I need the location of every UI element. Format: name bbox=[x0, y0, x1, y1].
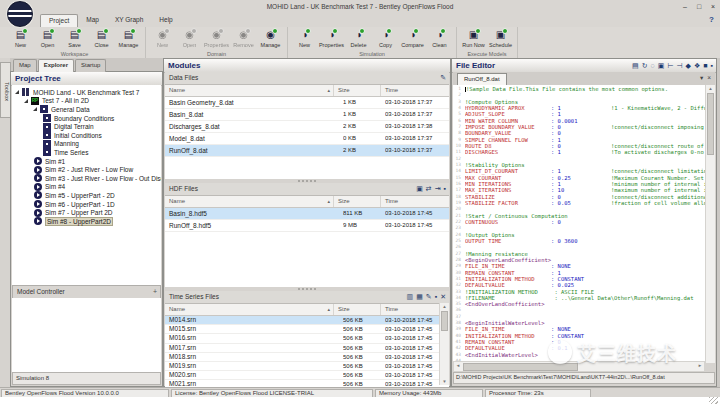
column-header-name[interactable]: Name▴ bbox=[165, 304, 334, 315]
new-file-icon[interactable]: ▤ bbox=[632, 62, 639, 70]
chart-icon[interactable]: ▥ bbox=[407, 292, 414, 302]
editor-content[interactable]: 1!Sample Data File.This File contains th… bbox=[453, 85, 715, 363]
file-row-m017-srn[interactable]: M017.srn506 KB03-10-2018 17:45 bbox=[165, 344, 449, 353]
file-row-basin-8-dat[interactable]: Basin_8.dat1 KB03-10-2018 17:37 bbox=[165, 109, 449, 121]
editor-horizontal-scrollbar[interactable]: ◄ ► bbox=[453, 361, 705, 372]
export-icon[interactable]: ✕ bbox=[440, 292, 446, 302]
domain-manage-button[interactable]: ◉Manage bbox=[257, 28, 284, 48]
tree-item-general-data[interactable]: General Data bbox=[12, 105, 161, 114]
tree-item-sim-6-upperpart-1d[interactable]: Sim #6 - UpperPart - 1D bbox=[12, 200, 161, 209]
scroll-up-icon[interactable]: ▲ bbox=[440, 303, 449, 310]
lock-icon[interactable]: ◌ bbox=[651, 62, 655, 69]
file-row-m020-srn[interactable]: M020.srn506 KB03-10-2018 17:45 bbox=[165, 371, 449, 380]
editor-vertical-scrollbar[interactable]: ▲ bbox=[705, 85, 715, 363]
close-button[interactable]: × bbox=[708, 1, 718, 12]
scroll-down-icon[interactable]: ▼ bbox=[440, 378, 449, 385]
import-icon[interactable]: ⇥ bbox=[435, 184, 441, 194]
tree-item-time-series[interactable]: Time Series bbox=[12, 148, 161, 157]
close-all-icon[interactable]: ▪ bbox=[711, 62, 713, 69]
simulation-clean-button[interactable]: ◑Clean bbox=[426, 28, 453, 48]
time-series-scrollbar[interactable]: ▲ ▼ bbox=[439, 303, 449, 385]
ribbon-tab-project[interactable]: Project bbox=[40, 14, 78, 27]
expander-icon[interactable] bbox=[15, 90, 19, 94]
simulation-delete-button[interactable]: ◑Delete bbox=[345, 28, 372, 48]
simulation-copy-button[interactable]: ◑Copy bbox=[372, 28, 399, 48]
copy-icon[interactable]: ▣ bbox=[658, 62, 665, 70]
close-tab-icon[interactable]: × bbox=[707, 74, 711, 82]
save-icon[interactable]: ◆ bbox=[686, 62, 691, 70]
window-icon[interactable]: ■ bbox=[703, 62, 707, 69]
ribbon-tab-xy-graph[interactable]: XY Graph bbox=[107, 14, 151, 27]
ribbon-tab-help[interactable]: Help bbox=[151, 14, 180, 27]
edit-icon[interactable]: ✎ bbox=[440, 73, 446, 83]
collapse-right-icon[interactable]: ⊣ bbox=[677, 62, 683, 70]
minimize-button[interactable]: – bbox=[680, 1, 690, 12]
scrollbar-thumb[interactable] bbox=[707, 93, 714, 155]
tree-item-sim-3-just-river-low-flow-out-discharge[interactable]: Sim #3 - Just River - Low Flow - Out Dis… bbox=[12, 174, 161, 183]
stats-icon[interactable]: ▦ bbox=[416, 292, 423, 302]
file-row-m019-srn[interactable]: M019.srn506 KB03-10-2018 17:45 bbox=[165, 362, 449, 371]
tree-item-boundary-conditions[interactable]: Boundary Conditions bbox=[12, 114, 161, 123]
expander-icon[interactable] bbox=[24, 99, 28, 103]
tree-item-manning[interactable]: Manning bbox=[12, 140, 161, 149]
save-all-icon[interactable]: ❖ bbox=[694, 62, 700, 70]
file-row-m016-srn[interactable]: M016.srn506 KB03-10-2018 17:45 bbox=[165, 334, 449, 343]
resize-grip[interactable] bbox=[709, 397, 718, 404]
workspace-manage-button[interactable]: ▤Manage bbox=[115, 28, 142, 48]
tree-item-sim-8-upperpart2d[interactable]: Sim #8 - UpperPart2D bbox=[12, 217, 161, 226]
link-icon[interactable]: ⇄ bbox=[426, 184, 432, 194]
column-header-size[interactable]: Size bbox=[334, 304, 381, 315]
column-header-size[interactable]: Size bbox=[334, 196, 381, 207]
tree-item-test-7-all-in-2d[interactable]: RPTest 7 - All in 2D bbox=[12, 97, 161, 106]
copy-icon[interactable]: ▣ bbox=[416, 184, 423, 194]
ribbon-tab-map[interactable]: Map bbox=[78, 14, 107, 27]
tree-item-initial-conditions[interactable]: Initial Conditions bbox=[12, 131, 161, 140]
scrollbar-thumb[interactable] bbox=[463, 363, 578, 371]
execute-models-schedule-button[interactable]: ▣Schedule bbox=[487, 28, 514, 48]
column-header-name[interactable]: Name▴ bbox=[165, 196, 334, 207]
model-controller-header[interactable]: Model Controller + bbox=[12, 285, 161, 299]
file-row-runoff-8-dat[interactable]: RunOff_8.dat2 KB03-10-2018 17:37 bbox=[165, 145, 449, 157]
scroll-right-icon[interactable]: ► bbox=[696, 362, 704, 370]
maximize-button[interactable]: □ bbox=[694, 1, 704, 12]
file-row-model-8-dat[interactable]: Model_8.dat0 KB03-10-2018 17:37 bbox=[165, 133, 449, 145]
file-row-m018-srn[interactable]: M018.srn506 KB03-10-2018 17:45 bbox=[165, 353, 449, 362]
expander-icon[interactable] bbox=[33, 107, 37, 111]
collapse-left-icon[interactable]: ⊢ bbox=[667, 62, 673, 70]
file-row-discharges-8-dat[interactable]: Discharges_8.dat2 KB03-10-2018 17:38 bbox=[165, 121, 449, 133]
file-row-basin-geometry-8-dat[interactable]: Basin Geometry_8.dat1 KB03-10-2018 17:37 bbox=[165, 97, 449, 109]
pin-icon[interactable]: + bbox=[153, 286, 157, 297]
edit-icon[interactable]: ✎ bbox=[426, 292, 432, 302]
scrollbar-thumb[interactable] bbox=[441, 311, 448, 331]
workspace-new-button[interactable]: ▤New bbox=[7, 28, 34, 48]
execute-models-run-now-button[interactable]: ▣Run Now bbox=[460, 28, 487, 48]
refresh-icon[interactable]: ↻ bbox=[642, 62, 648, 70]
file-row-m015-srn[interactable]: M015.srn506 KB03-10-2018 17:45 bbox=[165, 325, 449, 334]
file-row-runoff-8-hdf5[interactable]: RunOff_8.hdf59 MB03-10-2018 17:45 bbox=[165, 220, 449, 232]
column-header-name[interactable]: Name▴ bbox=[165, 85, 334, 96]
simulation-properties-button[interactable]: ◑Properties bbox=[318, 28, 345, 48]
column-header-time[interactable]: Time bbox=[381, 196, 449, 207]
tree-item-sim-2-just-river-low-flow[interactable]: Sim #2 - Just River - Low Flow bbox=[12, 165, 161, 174]
simulation-compare-button[interactable]: ◑Compare bbox=[399, 28, 426, 48]
delete-icon[interactable]: ▪ bbox=[444, 184, 446, 194]
workspace-open-button[interactable]: ▤Open bbox=[34, 28, 61, 48]
tree-item-mohid-land-uk-benchmark-test-7[interactable]: MOHID Land - UK Benchmark Test 7 bbox=[12, 88, 161, 97]
column-header-size[interactable]: Size bbox=[334, 85, 381, 96]
delete-icon[interactable]: ▪ bbox=[435, 292, 437, 302]
tab-explorer[interactable]: Explorer bbox=[38, 59, 74, 72]
file-row-basin-8-hdf5[interactable]: Basin_8.hdf5811 KB03-10-2018 17:45 bbox=[165, 208, 449, 220]
workspace-save-button[interactable]: ▤Save bbox=[61, 28, 88, 48]
file-row-m014-srn[interactable]: M014.srn506 KB03-10-2018 17:45 bbox=[165, 316, 449, 325]
scroll-up-icon[interactable]: ▲ bbox=[706, 85, 715, 92]
tab-startup[interactable]: Startup bbox=[75, 59, 106, 72]
tree-item-sim-5-upperpart-2d[interactable]: Sim #5 - UpperPart - 2D bbox=[12, 191, 161, 200]
column-header-time[interactable]: Time bbox=[381, 85, 449, 96]
help-icon[interactable]: ? bbox=[709, 15, 714, 24]
scroll-left-icon[interactable]: ◄ bbox=[454, 362, 462, 370]
tree-item-digital-terrain[interactable]: Digital Terrain bbox=[12, 122, 161, 131]
workspace-close-button[interactable]: ▤Close bbox=[88, 28, 115, 48]
collapse-editor-icon[interactable]: ▾ bbox=[700, 74, 703, 82]
tab-map[interactable]: Map bbox=[13, 59, 37, 72]
tree-item-sim-4[interactable]: Sim #4 bbox=[12, 183, 161, 192]
